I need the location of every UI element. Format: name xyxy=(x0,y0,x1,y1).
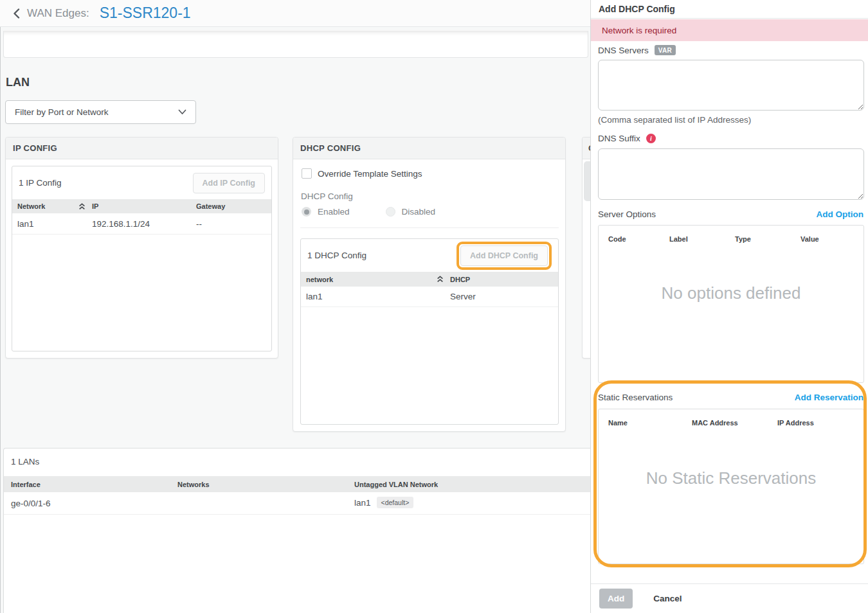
validation-error-banner: Network is required xyxy=(591,19,868,41)
options-col-code: Code xyxy=(608,235,669,243)
server-options-header: Code Label Type Value xyxy=(599,226,863,248)
clipped-panel-content xyxy=(584,161,590,201)
dhcp-config-group-label: DHCP Config xyxy=(301,191,353,201)
ip-row-ip: 192.168.1.1/24 xyxy=(88,219,196,229)
back-chevron-icon[interactable] xyxy=(9,6,23,21)
ip-row-gateway: -- xyxy=(196,219,271,229)
chevron-down-icon xyxy=(178,107,186,117)
dhcp-config-subcard: 1 DHCP Config Add DHCP Config network DH… xyxy=(300,238,559,425)
dns-servers-textarea[interactable] xyxy=(598,60,864,111)
static-reservations-label: Static Reservations xyxy=(598,393,673,402)
divider xyxy=(300,227,559,228)
sort-ascending-icon xyxy=(78,203,86,210)
filter-port-network-select[interactable]: Filter by Port or Network xyxy=(5,100,196,124)
lans-table-card: 1 LANs Interface Networks Untagged VLAN … xyxy=(3,448,590,613)
filter-select-label: Filter by Port or Network xyxy=(15,107,109,117)
dns-suffix-label: DNS Suffix xyxy=(598,134,640,143)
add-reservation-link[interactable]: Add Reservation xyxy=(795,393,863,402)
no-options-empty-state: No options defined xyxy=(599,283,863,303)
side-panel-footer: Add Cancel xyxy=(591,583,868,613)
ip-config-col-network[interactable]: Network xyxy=(17,202,88,210)
lans-col-networks[interactable]: Networks xyxy=(177,481,354,488)
options-col-value: Value xyxy=(800,235,854,243)
var-badge: VAR xyxy=(655,45,676,55)
no-reservations-empty-state: No Static Reservations xyxy=(599,468,863,488)
lans-row-interface: ge-0/0/1-6 xyxy=(11,499,177,508)
reservations-col-mac: MAC Address xyxy=(692,419,777,427)
dhcp-disabled-label: Disabled xyxy=(402,207,436,217)
ip-config-panel: IP CONFIG 1 IP Config Add IP Config Netw… xyxy=(5,137,278,359)
sort-ascending-icon xyxy=(437,276,444,283)
add-ip-config-button[interactable]: Add IP Config xyxy=(193,173,265,193)
static-reservations-table: Name MAC Address IP Address No Static Re… xyxy=(598,409,864,564)
table-row[interactable]: lan1 192.168.1.1/24 -- xyxy=(12,213,271,235)
add-option-link[interactable]: Add Option xyxy=(817,209,863,219)
add-dhcp-config-button[interactable]: Add DHCP Config xyxy=(460,245,548,266)
lans-table-header: Interface Networks Untagged VLAN Network xyxy=(4,476,590,492)
table-row[interactable]: ge-0/0/1-6 lan1<default> xyxy=(4,492,590,515)
dhcp-config-panel: DHCP CONFIG Override Template Settings D… xyxy=(293,137,566,432)
lan-section-heading: LAN xyxy=(6,76,30,89)
options-col-label: Label xyxy=(669,235,735,243)
default-badge: <default> xyxy=(377,497,414,508)
clipped-panel-header: G xyxy=(583,138,590,159)
ip-config-panel-header: IP CONFIG xyxy=(6,138,278,159)
reservations-col-name: Name xyxy=(608,419,692,427)
dhcp-enabled-radio[interactable] xyxy=(302,207,311,217)
side-panel-title: Add DHCP Config xyxy=(591,0,868,19)
lans-col-untagged[interactable]: Untagged VLAN Network xyxy=(354,481,590,488)
breadcrumb[interactable]: WAN Edges: xyxy=(27,7,89,20)
page-title: S1-SSR120-1 xyxy=(100,4,191,22)
ip-config-count: 1 IP Config xyxy=(19,178,62,188)
lans-count: 1 LANs xyxy=(11,457,39,466)
server-options-label: Server Options xyxy=(598,209,656,219)
clipped-config-panel: G xyxy=(582,137,590,359)
dhcp-config-panel-header: DHCP CONFIG xyxy=(293,138,565,159)
override-template-label: Override Template Settings xyxy=(318,169,422,179)
ip-row-network: lan1 xyxy=(17,219,88,229)
dhcp-config-count: 1 DHCP Config xyxy=(307,251,366,260)
lans-col-interface[interactable]: Interface xyxy=(11,481,177,488)
info-icon[interactable]: i xyxy=(646,134,656,143)
cancel-button[interactable]: Cancel xyxy=(653,594,682,603)
add-dhcp-config-panel: Add DHCP Config Network is required DNS … xyxy=(590,0,868,613)
override-template-checkbox[interactable] xyxy=(302,168,312,179)
scrolled-card-remnant xyxy=(3,31,588,58)
dhcp-col-network[interactable]: network xyxy=(306,276,446,283)
reservations-col-ip: IP Address xyxy=(777,419,854,427)
dhcp-disabled-radio[interactable] xyxy=(386,207,395,217)
lans-row-untagged: lan1<default> xyxy=(354,497,590,509)
dhcp-row-dhcp: Server xyxy=(446,292,558,301)
dhcp-row-network: lan1 xyxy=(306,292,446,301)
dns-servers-note: (Comma separated list of IP Addresses) xyxy=(598,115,751,125)
ip-config-col-gateway[interactable]: Gateway xyxy=(196,202,271,210)
options-col-type: Type xyxy=(735,235,800,243)
ip-config-table-header: Network IP Gateway xyxy=(12,199,271,213)
wan-edge-config-page: WAN Edges: S1-SSR120-1 LAN Filter by Por… xyxy=(0,0,868,613)
dhcp-table-header: network DHCP xyxy=(301,272,558,287)
annotation-highlight-ring: Add DHCP Config xyxy=(457,242,552,270)
dhcp-col-dhcp[interactable]: DHCP xyxy=(446,276,558,283)
dhcp-enabled-label: Enabled xyxy=(318,207,350,217)
dns-suffix-textarea[interactable] xyxy=(598,148,864,200)
server-options-table: Code Label Type Value No options defined xyxy=(598,225,864,383)
table-row[interactable]: lan1 Server xyxy=(301,287,558,307)
static-reservations-header: Name MAC Address IP Address xyxy=(599,409,863,432)
add-button[interactable]: Add xyxy=(599,589,633,609)
ip-config-subcard: 1 IP Config Add IP Config Network IP Gat… xyxy=(12,166,272,351)
page-header: WAN Edges: S1-SSR120-1 xyxy=(0,0,590,27)
dns-servers-label: DNS Servers xyxy=(598,46,649,55)
ip-config-col-ip[interactable]: IP xyxy=(88,202,196,210)
